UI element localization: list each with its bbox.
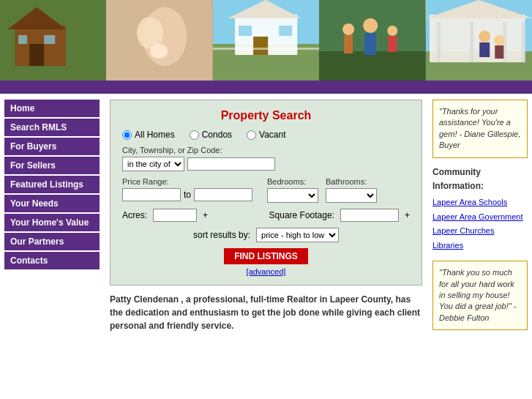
sidebar-item-home[interactable]: Home bbox=[4, 100, 100, 117]
community-title: Community Information: bbox=[432, 165, 528, 193]
radio-all-homes-label: All Homes bbox=[135, 130, 175, 140]
bathrooms-select[interactable]: 1234+ bbox=[326, 188, 377, 203]
sort-label: sort results by: bbox=[193, 230, 250, 240]
sort-select[interactable]: price - high to low price - low to high … bbox=[256, 228, 339, 242]
community-link-schools[interactable]: Lapeer Area Schools bbox=[432, 196, 528, 209]
community-link-libraries[interactable]: Libraries bbox=[432, 239, 528, 253]
svg-point-24 bbox=[387, 26, 397, 36]
sidebar-item-partners[interactable]: Our Partners bbox=[4, 233, 100, 250]
header-img-4 bbox=[319, 0, 425, 81]
sidebar-item-your-needs[interactable]: Your Needs bbox=[4, 195, 100, 212]
sidebar-item-contacts[interactable]: Contacts bbox=[4, 252, 100, 269]
sort-row: sort results by: price - high to low pri… bbox=[122, 228, 410, 242]
sidebar-item-for-buyers[interactable]: For Buyers bbox=[4, 138, 100, 155]
left-sidebar: Home Search RMLS For Buyers For Sellers … bbox=[4, 100, 100, 338]
svg-rect-19 bbox=[319, 51, 425, 81]
header-img-2 bbox=[106, 0, 212, 81]
sqft-plus: + bbox=[405, 210, 410, 220]
radio-all-homes-input[interactable] bbox=[122, 130, 132, 140]
svg-point-9 bbox=[151, 44, 168, 59]
price-label: Price Range: bbox=[122, 177, 252, 186]
radio-vacant-label: Vacant bbox=[259, 130, 285, 140]
community-link-churches[interactable]: Lapeer Churches bbox=[432, 225, 528, 238]
sqft-input[interactable] bbox=[340, 209, 399, 222]
svg-rect-21 bbox=[344, 35, 353, 53]
header-img-1 bbox=[0, 0, 106, 81]
radio-condos[interactable]: Condos bbox=[190, 130, 232, 140]
right-sidebar: "Thanks for your assistance! You're a ge… bbox=[432, 100, 528, 338]
bedrooms-select[interactable]: 12345+ bbox=[267, 188, 318, 203]
city-label: City, Township, or Zip Code: bbox=[122, 146, 410, 154]
acres-plus: + bbox=[203, 210, 208, 220]
property-type-radios: All Homes Condos Vacant bbox=[122, 130, 410, 140]
search-title: Property Search bbox=[122, 109, 410, 122]
find-listings-button[interactable]: FIND LISTINGS bbox=[224, 248, 308, 264]
radio-vacant[interactable]: Vacant bbox=[247, 130, 285, 140]
svg-rect-17 bbox=[213, 48, 319, 50]
testimonial-1: "Thanks for your assistance! You're a ge… bbox=[432, 100, 528, 158]
purple-divider bbox=[0, 81, 532, 94]
advanced-link[interactable]: [advanced] bbox=[122, 267, 410, 276]
price-to-label: to bbox=[184, 190, 191, 200]
svg-rect-28 bbox=[430, 15, 525, 62]
acres-input[interactable] bbox=[153, 209, 197, 222]
svg-rect-37 bbox=[495, 45, 503, 59]
city-prefix-select[interactable]: in the city of containing starting with bbox=[122, 157, 184, 171]
bedrooms-label: Bedrooms: bbox=[267, 177, 318, 186]
radio-condos-input[interactable] bbox=[190, 130, 199, 140]
sqft-label: Square Footage: bbox=[269, 210, 334, 220]
bedrooms-group: Bedrooms: 12345+ bbox=[267, 177, 318, 203]
radio-vacant-input[interactable] bbox=[247, 130, 256, 140]
svg-rect-14 bbox=[253, 37, 268, 55]
svg-rect-30 bbox=[437, 22, 441, 62]
svg-point-36 bbox=[494, 35, 504, 45]
community-box: Community Information: Lapeer Area Schoo… bbox=[432, 165, 528, 253]
sidebar-item-featured-listings[interactable]: Featured Listings bbox=[4, 176, 100, 193]
price-group: Price Range: to bbox=[122, 177, 252, 201]
svg-point-34 bbox=[479, 31, 490, 42]
sidebar-item-home-value[interactable]: Your Home's Value bbox=[4, 214, 100, 231]
testimonial-2: "Thank you so much for all your hard wor… bbox=[432, 261, 528, 330]
city-row: City, Township, or Zip Code: in the city… bbox=[122, 146, 410, 171]
radio-condos-label: Condos bbox=[202, 130, 232, 140]
svg-rect-3 bbox=[29, 44, 44, 66]
svg-point-20 bbox=[342, 23, 354, 35]
sidebar-item-for-sellers[interactable]: For Sellers bbox=[4, 157, 100, 174]
price-min-input[interactable] bbox=[122, 188, 181, 201]
header-img-3 bbox=[213, 0, 319, 81]
city-input-group: in the city of containing starting with bbox=[122, 157, 410, 171]
svg-rect-25 bbox=[388, 36, 397, 52]
svg-rect-15 bbox=[239, 26, 252, 36]
property-search-box: Property Search All Homes Condos Vacant bbox=[110, 100, 422, 286]
header-img-5 bbox=[426, 0, 532, 81]
community-link-government[interactable]: Lapeer Area Government bbox=[432, 211, 528, 224]
radio-all-homes[interactable]: All Homes bbox=[122, 130, 175, 140]
svg-rect-33 bbox=[521, 22, 525, 62]
svg-rect-4 bbox=[44, 35, 55, 44]
acres-label: Acres: bbox=[122, 210, 147, 220]
city-text-input[interactable] bbox=[187, 157, 275, 171]
sidebar-item-search-rmls[interactable]: Search RMLS bbox=[4, 119, 100, 136]
svg-point-22 bbox=[363, 18, 378, 33]
bathrooms-label: Bathrooms: bbox=[326, 177, 377, 186]
bathrooms-group: Bathrooms: 1234+ bbox=[326, 177, 377, 203]
svg-rect-35 bbox=[479, 42, 490, 57]
svg-rect-5 bbox=[18, 35, 27, 44]
svg-rect-31 bbox=[470, 22, 473, 62]
acres-sqft-row: Acres: + Square Footage: + bbox=[122, 209, 410, 222]
svg-rect-16 bbox=[279, 26, 292, 36]
price-max-input[interactable] bbox=[194, 188, 252, 201]
main-layout: Home Search RMLS For Buyers For Sellers … bbox=[0, 94, 532, 343]
description-text: Patty Clendenan , a professional, full-t… bbox=[110, 293, 422, 332]
header-banner bbox=[0, 0, 532, 81]
svg-rect-23 bbox=[364, 33, 376, 55]
center-content: Property Search All Homes Condos Vacant bbox=[104, 100, 428, 338]
